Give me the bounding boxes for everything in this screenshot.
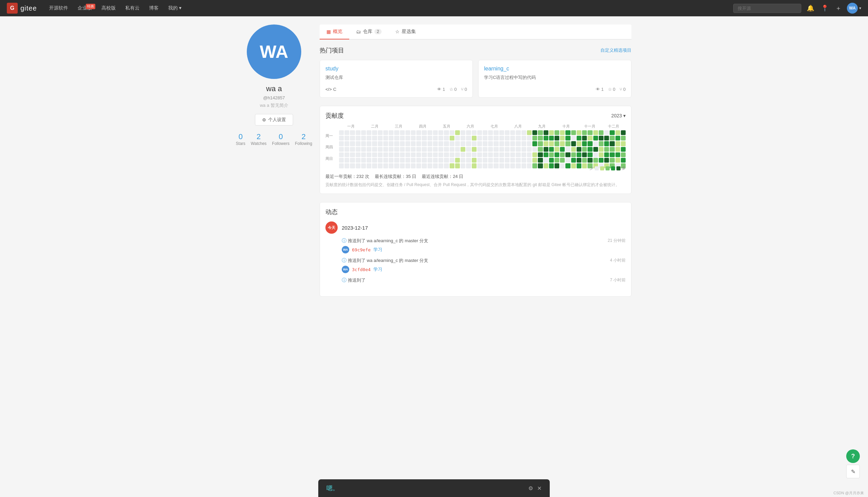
contrib-cell (400, 147, 405, 152)
contrib-cell (565, 130, 570, 135)
contrib-cell (422, 147, 426, 152)
contrib-cell (571, 158, 576, 162)
hot-projects-title: 热门项目 (320, 46, 344, 54)
nav-link-opensource[interactable]: 开源软件 (45, 3, 72, 13)
contrib-cell (345, 163, 349, 168)
nav-avatar: WA (847, 3, 858, 14)
contrib-cell (461, 141, 465, 146)
user-menu[interactable]: WA ▾ (847, 3, 861, 14)
contrib-cell (599, 152, 603, 157)
contrib-cell (544, 163, 548, 168)
contrib-cell (444, 130, 449, 135)
hot-projects-section: 热门项目 自定义精选项目 study 测试仓库 </> C 👁 (320, 46, 631, 98)
nav-link-enterprise[interactable]: 企业版 特惠 (73, 3, 96, 13)
contrib-cell (477, 163, 482, 168)
contrib-cell (521, 163, 526, 168)
month-11: 十一月 (578, 124, 602, 129)
contrib-cell (472, 158, 477, 162)
contrib-cell (356, 163, 361, 168)
contrib-cell (361, 147, 366, 152)
commit-avatar-1: WA (342, 266, 349, 273)
nav-link-blog[interactable]: 博客 (145, 3, 163, 13)
contrib-cell (367, 163, 372, 168)
brand[interactable]: G gitee (7, 3, 37, 14)
contrib-cell (549, 136, 554, 141)
hot-projects-header: 热门项目 自定义精选项目 (320, 46, 631, 54)
add-icon[interactable]: ＋ (834, 3, 843, 14)
project-name-learning-c[interactable]: learning_c (484, 66, 626, 72)
contrib-cell (565, 141, 570, 146)
search-input[interactable] (733, 4, 801, 13)
tab-overview[interactable]: ▦ 概览 (320, 25, 349, 40)
contrib-cell (532, 163, 537, 168)
stat-following[interactable]: 2 Following (295, 132, 312, 146)
contrib-cell (361, 130, 366, 135)
contrib-cell (356, 152, 361, 157)
contrib-cell (621, 147, 626, 152)
contrib-cell (350, 158, 355, 162)
contrib-cell (394, 158, 399, 162)
contrib-cell (416, 158, 421, 162)
contrib-cell (339, 158, 344, 162)
contrib-cell (477, 158, 482, 162)
grid-icon: ▦ (326, 29, 331, 34)
contrib-cell (350, 147, 355, 152)
contribution-title: 贡献度 (325, 112, 344, 120)
contrib-cell (599, 141, 603, 146)
contrib-cell (383, 130, 388, 135)
contrib-cell (615, 158, 620, 162)
contrib-cell (604, 147, 609, 152)
contrib-cell (339, 147, 344, 152)
year-selector[interactable]: 2023 ▾ (611, 113, 626, 118)
contrib-cell (493, 152, 498, 157)
activity-section: 动态 今天 2023-12-17 ⓘ 推送到了 wa a/learning_c … (320, 202, 631, 297)
nav-link-campus[interactable]: 高校版 (97, 3, 120, 13)
commit-msg-1[interactable]: 学习 (374, 266, 382, 272)
contrib-cell (621, 136, 626, 141)
tab-starred[interactable]: ☆ 星选集 (388, 25, 423, 40)
stat-watches[interactable]: 2 Watches (251, 132, 267, 146)
month-1: 一月 (339, 124, 363, 129)
project-name-study[interactable]: study (325, 66, 467, 72)
contrib-cell (438, 141, 443, 146)
contribution-section: 贡献度 2023 ▾ 一月 二月 三月 四月 五月 六月 七月 八月 九月 十月… (320, 106, 631, 194)
commit-msg-0[interactable]: 学习 (374, 247, 382, 253)
contrib-cell (593, 136, 598, 141)
tab-bar: ▦ 概览 🗂 仓库 2 ☆ 星选集 (320, 25, 631, 40)
contrib-cell (339, 130, 344, 135)
stat-followers[interactable]: 0 Followers (272, 132, 289, 146)
commit-hash-1[interactable]: 3cfd0e4 (352, 267, 371, 272)
contrib-cell (521, 130, 526, 135)
contrib-cell (499, 147, 504, 152)
contrib-cell (577, 141, 582, 146)
notification-icon[interactable]: 🔔 (806, 3, 815, 13)
contrib-cell (538, 158, 543, 162)
fork-icon: ⑂ (619, 87, 622, 92)
contrib-cell (433, 136, 438, 141)
stat-stars[interactable]: 0 Stars (236, 132, 246, 146)
contrib-cell (521, 141, 526, 146)
contrib-cell (499, 136, 504, 141)
customize-link[interactable]: 自定义精选项目 (600, 47, 631, 53)
activity-items: ⓘ 推送到了 wa a/learning_c 的 master 分支 WA 69… (325, 238, 626, 285)
commit-hash-0[interactable]: 69c9efe (352, 247, 371, 252)
contrib-cell (565, 147, 570, 152)
contrib-cell (455, 158, 460, 162)
settings-button[interactable]: ⚙ 个人设置 (255, 114, 293, 126)
followers-count: 0 (279, 132, 283, 141)
contrib-cell (383, 152, 388, 157)
contrib-cell (433, 141, 438, 146)
contrib-cell (505, 136, 509, 141)
tab-repos[interactable]: 🗂 仓库 2 (349, 25, 388, 40)
contrib-cell (488, 130, 493, 135)
location-icon[interactable]: 📍 (820, 3, 830, 13)
contrib-cell (433, 130, 438, 135)
contrib-cell (571, 152, 576, 157)
nav-link-mine[interactable]: 我的 ▾ (164, 3, 185, 13)
contrib-cell (615, 147, 620, 152)
contrib-cell (560, 152, 565, 157)
contrib-cell (527, 136, 532, 141)
nav-link-private[interactable]: 私有云 (121, 3, 144, 13)
contrib-cell (367, 136, 372, 141)
project-desc-learning-c: 学习C语言过程中写的代码 (484, 74, 626, 81)
